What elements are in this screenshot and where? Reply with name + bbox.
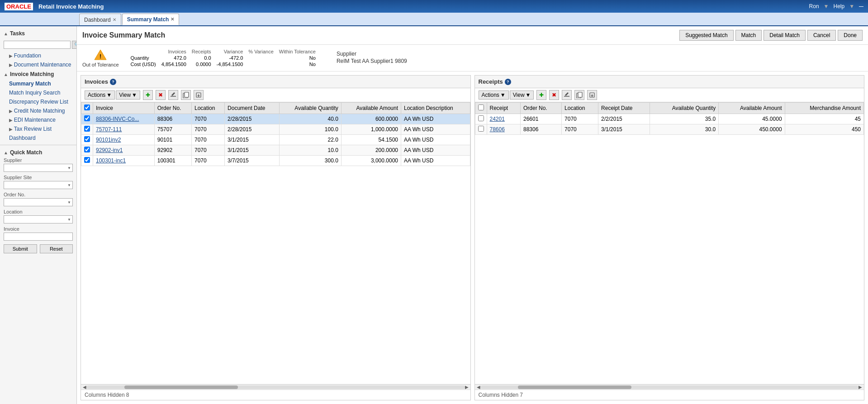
- invoice-row-invoice[interactable]: 75707-111: [93, 124, 155, 135]
- invoices-toolbar: Actions ▼ View ▼ ✚ ✖: [81, 88, 470, 102]
- sidebar-item-tax-review-list[interactable]: ▶ Tax Review List: [0, 124, 76, 133]
- invoice-row-invoice[interactable]: 88306-INVC-Co...: [93, 114, 155, 124]
- supplier-site-select[interactable]: [4, 181, 73, 189]
- receipts-delete-button[interactable]: ✖: [549, 90, 559, 100]
- receipt-row-merchandise-amount: 45: [785, 114, 863, 124]
- invoices-col-available-amount: Available Amount: [341, 103, 401, 114]
- content-area: Invoice Summary Match Suggested Match Ma…: [77, 26, 868, 404]
- sidebar-section-tasks[interactable]: ▲ Tasks: [0, 29, 76, 38]
- sidebar-item-credit-note-matching[interactable]: ▶ Credit Note Matching: [0, 106, 76, 115]
- sidebar-item-summary-match[interactable]: Summary Match: [0, 79, 76, 88]
- tab-summary-match[interactable]: Summary Match ✕: [122, 14, 180, 25]
- receipts-edit-button[interactable]: [562, 90, 572, 100]
- suggested-match-button[interactable]: Suggested Match: [679, 30, 733, 41]
- receipts-actions-button[interactable]: Actions ▼: [479, 90, 509, 100]
- invoices-select-all-checkbox[interactable]: [84, 105, 90, 110]
- invoices-table-row[interactable]: 75707-111 75707 7070 2/28/2015 100.0 1,0…: [81, 124, 470, 135]
- invoice-row-checkbox[interactable]: [84, 115, 90, 121]
- receipts-scroll-bar[interactable]: ◀ ▶: [475, 384, 864, 390]
- receipt-row-available-quantity: 35.0: [650, 114, 719, 124]
- invoices-actions-button[interactable]: Actions ▼: [85, 90, 115, 100]
- location-select[interactable]: [4, 215, 73, 223]
- receipts-table-header-row: Receipt Order No. Location Receipt Date …: [475, 103, 864, 114]
- summary-quantity-receipts: 0.0: [189, 55, 214, 61]
- invoices-view-button[interactable]: View ▼: [116, 90, 140, 100]
- invoices-table-row[interactable]: 100301-inc1 100301 7070 3/7/2015 300.0 3…: [81, 156, 470, 166]
- order-no-select[interactable]: [4, 198, 73, 206]
- receipts-scroll-left[interactable]: ◀: [477, 385, 480, 390]
- invoices-scroll-track[interactable]: [86, 385, 465, 389]
- summary-row-cost: Cost (USD) 4,854.1500 0.0000 -4,854.1500…: [128, 61, 318, 67]
- user-menu[interactable]: Ron: [809, 3, 819, 10]
- receipt-row-checkbox[interactable]: [478, 126, 484, 132]
- sidebar-item-match-inquiry-search[interactable]: Match Inquiry Search: [0, 88, 76, 97]
- receipts-scroll-thumb[interactable]: [518, 385, 631, 389]
- sidebar-item-edi-maintenance[interactable]: ▶ EDI Maintenance: [0, 115, 76, 124]
- invoice-row-available-quantity: 40.0: [279, 114, 341, 124]
- receipts-copy-button[interactable]: [574, 90, 584, 100]
- summary-quantity-within: No: [276, 55, 318, 61]
- invoice-row-invoice[interactable]: 90101inv2: [93, 135, 155, 145]
- detail-match-button[interactable]: Detail Match: [764, 30, 806, 41]
- svg-rect-2: [171, 96, 176, 97]
- invoices-add-button[interactable]: ✚: [143, 90, 153, 100]
- receipts-select-all-checkbox[interactable]: [478, 105, 484, 110]
- invoice-row-checkbox[interactable]: [84, 147, 90, 152]
- invoice-row-invoice[interactable]: 100301-inc1: [93, 156, 155, 166]
- tab-close-dashboard[interactable]: ✕: [113, 17, 116, 22]
- receipts-add-button[interactable]: ✚: [536, 90, 546, 100]
- receipts-table-row[interactable]: 24201 26601 7070 2/2/2015 35.0 45.0000 4…: [475, 114, 864, 124]
- tab-dashboard[interactable]: Dashboard ✕: [79, 14, 121, 25]
- order-no-group: Order No.: [4, 192, 73, 206]
- invoices-col-invoice: Invoice: [93, 103, 155, 114]
- invoices-table-row[interactable]: 90101inv2 90101 7070 3/1/2015 22.0 54.15…: [81, 135, 470, 145]
- invoices-scroll-bar[interactable]: ◀ ▶: [81, 384, 470, 390]
- sidebar-search-button[interactable]: 🔍: [72, 41, 77, 49]
- invoice-row-location-description: AA Wh USD: [401, 114, 470, 124]
- receipt-row-receipt[interactable]: 24201: [487, 114, 520, 124]
- invoices-help-icon[interactable]: ?: [110, 79, 116, 85]
- sidebar-section-invoice-matching[interactable]: ▲ Invoice Matching: [0, 69, 76, 79]
- sidebar-item-document-maintenance[interactable]: ▶ Document Maintenance: [0, 60, 76, 69]
- submit-button[interactable]: Submit: [4, 244, 37, 253]
- invoice-row-checkbox[interactable]: [84, 126, 90, 132]
- sidebar-item-foundation[interactable]: ▶ Foundation: [0, 51, 76, 60]
- receipts-scroll-right[interactable]: ▶: [859, 385, 862, 390]
- invoices-delete-button[interactable]: ✖: [156, 90, 166, 100]
- invoice-input[interactable]: [4, 233, 73, 241]
- invoices-scroll-left[interactable]: ◀: [83, 385, 86, 390]
- sidebar-section-quick-match[interactable]: ▲ Quick Match: [0, 147, 76, 157]
- done-button[interactable]: Done: [838, 30, 863, 41]
- sidebar-item-dashboard[interactable]: Dashboard: [0, 133, 76, 143]
- receipts-export-button[interactable]: [587, 90, 597, 100]
- sidebar-search-input[interactable]: [4, 41, 71, 49]
- invoice-row-checkbox[interactable]: [84, 157, 90, 163]
- invoices-table-row[interactable]: 92902-inv1 92902 7070 3/1/2015 10.0 200.…: [81, 145, 470, 156]
- receipts-scroll-track[interactable]: [480, 385, 859, 389]
- invoice-row-document-date: 3/1/2015: [225, 135, 280, 145]
- summary-info-bar: ! Out of Tolerance Invoices Receipts Var…: [77, 45, 868, 71]
- receipts-view-button[interactable]: View ▼: [510, 90, 534, 100]
- invoices-edit-button[interactable]: [168, 90, 178, 100]
- reset-button[interactable]: Reset: [40, 244, 73, 253]
- invoices-scroll-right[interactable]: ▶: [465, 385, 469, 390]
- invoices-copy-button[interactable]: [181, 90, 191, 100]
- receipts-col-merchandise-amount: Merchandise Amount: [785, 103, 863, 114]
- supplier-select[interactable]: [4, 164, 73, 172]
- invoices-scroll-thumb[interactable]: [124, 385, 238, 389]
- invoices-export-button[interactable]: [194, 90, 204, 100]
- cancel-button[interactable]: Cancel: [807, 30, 836, 41]
- receipts-table-row[interactable]: 78606 88306 7070 3/1/2015 30.0 450.0000 …: [475, 124, 864, 135]
- sidebar-item-discrepancy-review-list[interactable]: Discrepancy Review List: [0, 97, 76, 106]
- receipts-help-icon[interactable]: ?: [505, 79, 511, 85]
- tab-close-summary-match[interactable]: ✕: [171, 17, 174, 22]
- invoice-row-checkbox[interactable]: [84, 136, 90, 142]
- minimize-button[interactable]: ─: [859, 3, 863, 10]
- help-menu[interactable]: Help: [834, 3, 845, 10]
- receipt-row-receipt[interactable]: 78606: [487, 124, 520, 135]
- invoice-row-invoice[interactable]: 92902-inv1: [93, 145, 155, 156]
- invoices-panel: Invoices ? Actions ▼ View ▼: [81, 75, 471, 400]
- receipt-row-checkbox[interactable]: [478, 115, 484, 121]
- invoices-table-row[interactable]: 88306-INVC-Co... 88306 7070 2/28/2015 40…: [81, 114, 470, 124]
- match-button[interactable]: Match: [735, 30, 762, 41]
